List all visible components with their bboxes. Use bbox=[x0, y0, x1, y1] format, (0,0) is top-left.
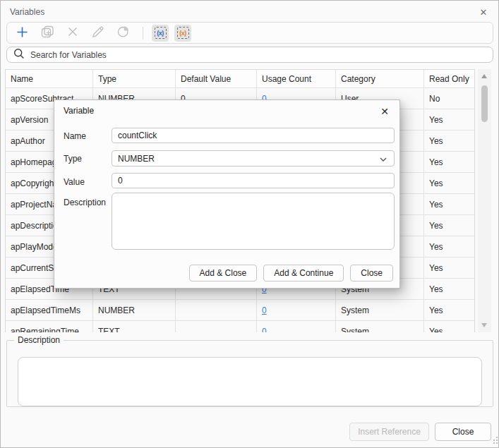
cell-readonly: No bbox=[424, 88, 474, 109]
add-and-continue-button[interactable]: Add & Continue bbox=[263, 265, 344, 281]
usage-count-link[interactable]: 0 bbox=[262, 327, 267, 333]
cell-readonly: Yes bbox=[424, 173, 474, 194]
search-bar bbox=[6, 47, 493, 63]
cell-readonly: Yes bbox=[424, 321, 474, 332]
toolbar: (x) (x) bbox=[6, 22, 493, 44]
search-icon bbox=[13, 48, 25, 61]
cell-readonly: Yes bbox=[424, 109, 474, 131]
column-header-usage-count[interactable]: Usage Count bbox=[257, 70, 336, 88]
chevron-down-icon bbox=[380, 154, 387, 164]
add-and-close-button[interactable]: Add & Close bbox=[189, 265, 258, 281]
vertical-scrollbar[interactable] bbox=[478, 69, 491, 332]
column-header-name[interactable]: Name bbox=[6, 70, 93, 88]
cell-readonly: Yes bbox=[424, 131, 474, 152]
cell-readonly: Yes bbox=[424, 258, 474, 279]
cell-type: NUMBER bbox=[93, 300, 176, 321]
delete-icon bbox=[68, 27, 78, 39]
cell-name: apElapsedTimeMs bbox=[6, 300, 93, 321]
scroll-up-icon[interactable] bbox=[481, 74, 487, 78]
cell-usage: 0 bbox=[257, 300, 336, 321]
close-icon: ✕ bbox=[380, 106, 389, 117]
scrollbar-thumb[interactable] bbox=[481, 85, 488, 122]
dialog-button-row: Add & Close Add & Continue Close bbox=[189, 265, 393, 281]
value-field[interactable] bbox=[112, 173, 395, 188]
cell-category: System bbox=[336, 321, 424, 332]
description-legend: Description bbox=[14, 335, 64, 345]
table-row[interactable]: apRemainingTimeTEXT0SystemYes bbox=[6, 321, 474, 332]
dialog-close-footer-button[interactable]: Close bbox=[350, 265, 393, 281]
user-variables-icon: (x) bbox=[177, 27, 189, 39]
cell-readonly: Yes bbox=[424, 279, 474, 300]
description-label: Description bbox=[64, 198, 106, 207]
insert-reference-button[interactable]: Insert Reference bbox=[349, 423, 429, 441]
search-input[interactable] bbox=[30, 50, 454, 60]
duplicate-icon bbox=[41, 25, 54, 40]
variables-window: Variables ✕ bbox=[0, 0, 499, 448]
variable-dialog: Variable ✕ Name Type NUMBER Value Descri… bbox=[54, 99, 400, 289]
cell-readonly: Yes bbox=[424, 194, 474, 215]
name-label: Name bbox=[64, 131, 86, 141]
plus-icon bbox=[16, 26, 28, 40]
toolbar-separator bbox=[143, 27, 143, 40]
column-header-category[interactable]: Category bbox=[336, 70, 424, 88]
column-header-read-only[interactable]: Read Only bbox=[424, 70, 474, 88]
cell-usage: 0 bbox=[257, 321, 336, 332]
column-header-default[interactable]: Default Value bbox=[176, 70, 257, 88]
pie-chart-icon bbox=[117, 25, 130, 40]
scroll-down-icon[interactable] bbox=[481, 323, 487, 327]
type-selected-value: NUMBER bbox=[118, 154, 155, 164]
column-header-type[interactable]: Type bbox=[93, 70, 176, 88]
user-variables-toggle[interactable]: (x) bbox=[174, 25, 191, 42]
type-select[interactable]: NUMBER bbox=[112, 150, 395, 167]
cell-readonly: Yes bbox=[424, 215, 474, 236]
dialog-title: Variable bbox=[64, 106, 94, 116]
table-row[interactable]: apElapsedTimeMsNUMBER0SystemYes bbox=[6, 300, 474, 321]
dialog-close-button[interactable]: ✕ bbox=[377, 104, 392, 119]
cell-category: System bbox=[336, 300, 424, 321]
cell-default bbox=[176, 300, 257, 321]
description-field[interactable] bbox=[112, 193, 395, 250]
cell-name: apRemainingTime bbox=[6, 321, 93, 332]
cell-default bbox=[176, 321, 257, 332]
delete-variable-button[interactable] bbox=[65, 25, 80, 41]
cell-type: TEXT bbox=[93, 321, 176, 332]
type-label: Type bbox=[64, 154, 82, 164]
pencil-icon bbox=[92, 25, 104, 40]
cell-readonly: Yes bbox=[424, 300, 474, 321]
resize-grip-icon[interactable] bbox=[493, 442, 495, 444]
table-header: Name Type Default Value Usage Count Cate… bbox=[6, 70, 474, 88]
duplicate-variable-button[interactable] bbox=[40, 25, 55, 41]
window-close-footer-button[interactable]: Close bbox=[435, 423, 491, 441]
system-variables-icon: (x) bbox=[155, 27, 167, 39]
window-close-button[interactable]: ✕ bbox=[476, 5, 491, 19]
usage-report-button[interactable] bbox=[116, 25, 131, 41]
usage-count-link[interactable]: 0 bbox=[262, 305, 267, 315]
description-display[interactable] bbox=[18, 357, 482, 406]
close-icon: ✕ bbox=[480, 7, 488, 18]
description-group: Description bbox=[6, 335, 493, 407]
name-field[interactable] bbox=[112, 128, 395, 143]
cell-readonly: Yes bbox=[424, 152, 474, 173]
window-title: Variables bbox=[10, 7, 44, 17]
cell-readonly: Yes bbox=[424, 236, 474, 258]
system-variables-toggle[interactable]: (x) bbox=[152, 25, 169, 42]
edit-variable-button[interactable] bbox=[90, 25, 106, 41]
value-label: Value bbox=[64, 177, 85, 187]
add-variable-button[interactable] bbox=[14, 25, 30, 41]
